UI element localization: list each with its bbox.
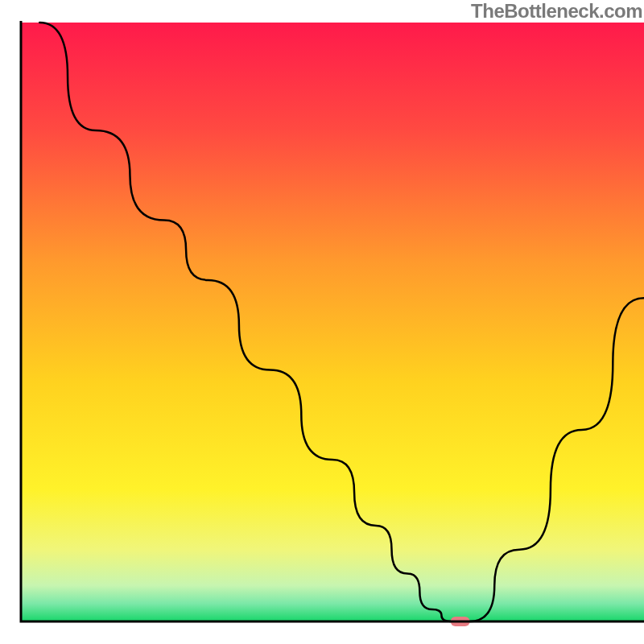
chart-svg xyxy=(0,0,644,644)
gradient-background xyxy=(21,23,644,621)
bottleneck-chart: TheBottleneck.com xyxy=(0,0,644,644)
watermark-text: TheBottleneck.com xyxy=(471,0,642,23)
